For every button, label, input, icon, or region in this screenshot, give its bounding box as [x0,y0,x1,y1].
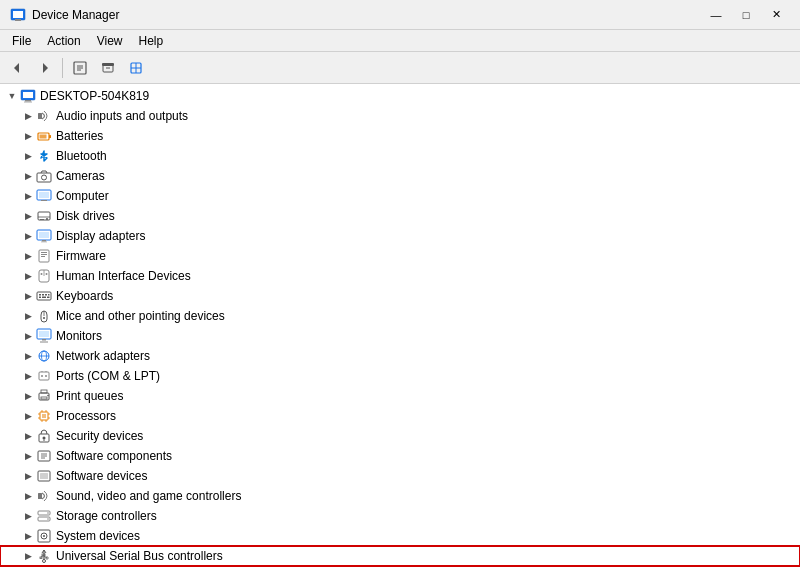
display-icon [36,228,52,244]
usb-label: Universal Serial Bus controllers [56,549,223,563]
menu-view[interactable]: View [89,32,131,50]
tree-item-monitors[interactable]: ▶ Monitors [0,326,800,346]
print-expander[interactable]: ▶ [20,388,36,404]
sw-devices-icon [36,468,52,484]
sw-components-expander[interactable]: ▶ [20,448,36,464]
disk-icon [36,208,52,224]
tree-item-security[interactable]: ▶ Security devices [0,426,800,446]
sw-components-label: Software components [56,449,172,463]
security-icon [36,428,52,444]
svg-point-96 [43,535,45,537]
svg-rect-22 [40,135,47,139]
svg-rect-34 [42,240,46,242]
batteries-label: Batteries [56,129,103,143]
svg-rect-102 [40,557,42,559]
camera-icon [36,168,52,184]
bluetooth-label: Bluetooth [56,149,107,163]
maximize-button[interactable]: □ [732,5,760,25]
tree-item-audio[interactable]: ▶ Audio inputs and outputs [0,106,800,126]
bluetooth-icon [36,148,52,164]
tree-item-software-devices[interactable]: ▶ Software devices [0,466,800,486]
system-expander[interactable]: ▶ [20,528,36,544]
cameras-expander[interactable]: ▶ [20,168,36,184]
minimize-button[interactable]: — [702,5,730,25]
tree-item-storage[interactable]: ▶ Storage controllers [0,506,800,526]
audio-expander[interactable]: ▶ [20,108,36,124]
tree-item-firmware[interactable]: ▶ Firmware [0,246,800,266]
display-label: Display adapters [56,229,145,243]
back-button[interactable] [4,56,30,80]
tree-item-disk[interactable]: ▶ Disk drives [0,206,800,226]
svg-rect-27 [41,200,47,201]
tree-item-system[interactable]: ▶ System devices [0,526,800,546]
ports-label: Ports (COM & LPT) [56,369,160,383]
tree-item-processors[interactable]: ▶ Processors [0,406,800,426]
menu-file[interactable]: File [4,32,39,50]
svg-rect-26 [39,192,49,198]
mice-label: Mice and other pointing devices [56,309,225,323]
svg-point-24 [42,175,47,180]
tree-item-ports[interactable]: ▶ Ports (COM & LPT) [0,366,800,386]
tree-item-print[interactable]: ▶ Print queues [0,386,800,406]
svg-rect-1 [13,11,23,18]
hid-expander[interactable]: ▶ [20,268,36,284]
hid-icon [36,268,52,284]
security-expander[interactable]: ▶ [20,428,36,444]
window-controls: — □ ✕ [702,5,790,25]
svg-rect-46 [42,294,44,296]
svg-rect-71 [42,414,46,418]
scan-button[interactable] [123,56,149,80]
svg-rect-19 [38,113,42,119]
network-expander[interactable]: ▶ [20,348,36,364]
forward-button[interactable] [32,56,58,80]
sound-icon [36,488,52,504]
batteries-expander[interactable]: ▶ [20,128,36,144]
mice-expander[interactable]: ▶ [20,308,36,324]
tree-item-network[interactable]: ▶ Network adapters [0,346,800,366]
audio-icon [36,108,52,124]
svg-rect-51 [47,297,50,299]
storage-label: Storage controllers [56,509,157,523]
svg-rect-50 [42,297,46,299]
menu-help[interactable]: Help [131,32,172,50]
sound-expander[interactable]: ▶ [20,488,36,504]
device-tree[interactable]: ▼ DESKTOP-504K819 ▶ Audio [0,84,800,586]
ports-expander[interactable]: ▶ [20,368,36,384]
keyboards-expander[interactable]: ▶ [20,288,36,304]
root-expander[interactable]: ▼ [4,88,20,104]
svg-rect-10 [102,63,114,66]
disk-expander[interactable]: ▶ [20,208,36,224]
svg-rect-33 [39,232,49,238]
tree-item-hid[interactable]: ▶ Human Interface Devices [0,266,800,286]
tree-item-keyboards[interactable]: ▶ Keyboards [0,286,800,306]
tree-item-usb[interactable]: ▶ Universal Serial Bus controllers [0,546,800,566]
svg-rect-35 [41,242,47,243]
print-label: Print queues [56,389,123,403]
svg-point-103 [43,560,46,563]
properties-button[interactable] [67,56,93,80]
menu-action[interactable]: Action [39,32,88,50]
monitors-expander[interactable]: ▶ [20,328,36,344]
tree-item-software-components[interactable]: ▶ Software components [0,446,800,466]
firmware-expander[interactable]: ▶ [20,248,36,264]
close-button[interactable]: ✕ [762,5,790,25]
svg-rect-28 [38,212,50,220]
computer-expander[interactable]: ▶ [20,188,36,204]
usb-expander[interactable]: ▶ [20,548,36,564]
display-expander[interactable]: ▶ [20,228,36,244]
audio-label: Audio inputs and outputs [56,109,188,123]
tree-item-batteries[interactable]: ▶ Batteries [0,126,800,146]
tree-item-mice[interactable]: ▶ Mice and other pointing devices [0,306,800,326]
tree-item-sound[interactable]: ▶ Sound, video and game controllers [0,486,800,506]
tree-root[interactable]: ▼ DESKTOP-504K819 [0,86,800,106]
sw-devices-expander[interactable]: ▶ [20,468,36,484]
tree-item-computer[interactable]: ▶ Computer [0,186,800,206]
tree-item-bluetooth[interactable]: ▶ Bluetooth [0,146,800,166]
processors-expander[interactable]: ▶ [20,408,36,424]
computer-icon [20,88,36,104]
tree-item-cameras[interactable]: ▶ Cameras [0,166,800,186]
storage-expander[interactable]: ▶ [20,508,36,524]
bluetooth-expander[interactable]: ▶ [20,148,36,164]
update-driver-button[interactable] [95,56,121,80]
tree-item-display[interactable]: ▶ Display adapters [0,226,800,246]
